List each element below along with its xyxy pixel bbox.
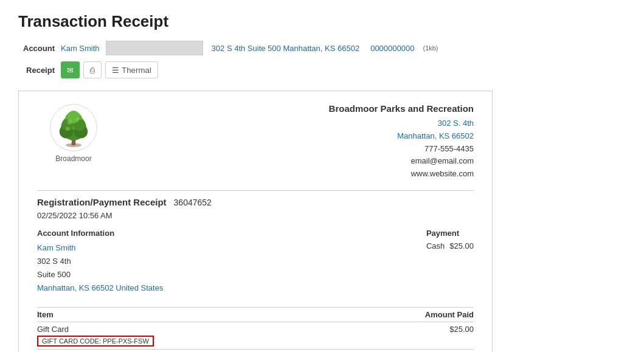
account-id-link[interactable]: 0000000000 (370, 44, 414, 53)
account-search-box[interactable] (106, 41, 203, 55)
receipt-address-line3: Manhattan, KS 66502 United States (37, 283, 163, 292)
account-name-link[interactable]: Kam Smith (61, 44, 100, 53)
org-name: Broadmoor Parks and Recreation (329, 103, 474, 114)
thermal-label: Thermal (122, 66, 151, 75)
account-info-section: Account Information Kam Smith 302 S 4th … (37, 229, 390, 295)
print-icon: ⎙ (90, 66, 95, 75)
account-label: Account (18, 44, 55, 53)
payment-row: Cash $25.00 (426, 241, 474, 250)
org-email: email@email.com (329, 155, 474, 168)
thermal-button[interactable]: ☰ Thermal (105, 61, 158, 78)
payment-heading: Payment (426, 229, 474, 238)
org-address-line2: Manhattan, KS 66502 (329, 130, 474, 143)
receipt-account-name: Kam Smith (37, 243, 76, 252)
email-icon: ✉ (67, 66, 74, 75)
org-phone: 777-555-4435 (329, 143, 474, 156)
org-website: www.website.com (329, 168, 474, 181)
subtotal-amount-cell: $25.00 (345, 350, 474, 352)
payment-section: Payment Cash $25.00 (426, 229, 474, 295)
tree-logo-icon (49, 103, 98, 152)
svg-point-12 (66, 126, 69, 130)
item-name-cell: Gift Card GIFT CARD CODE: PPE-PXS-FSW (37, 322, 345, 350)
org-address-line1: 302 S. 4th (329, 117, 474, 130)
account-size: (1kb) (423, 44, 438, 52)
two-col-section: Account Information Kam Smith 302 S 4th … (37, 229, 474, 295)
svg-point-11 (75, 117, 79, 120)
receipt-title-row: Registration/Payment Receipt 36047652 (37, 197, 474, 207)
org-info: Broadmoor Parks and Recreation 302 S. 4t… (329, 103, 474, 181)
svg-point-10 (68, 119, 72, 124)
item-col-header: Item (37, 308, 345, 322)
item-amount-cell: $25.00 (345, 322, 474, 350)
subtotal-label-cell: Subtotal (37, 350, 345, 352)
amount-col-header: Amount Paid (345, 308, 474, 322)
receipt-label: Receipt (18, 66, 55, 75)
receipt-area: Broadmoor Broadmoor Parks and Recreation… (18, 91, 493, 352)
account-row: Account Kam Smith 302 S 4th Suite 500 Ma… (18, 41, 626, 55)
page-title: Transaction Receipt (18, 12, 626, 31)
gift-card-code-box: GIFT CARD CODE: PPE-PXS-FSW (37, 336, 154, 347)
table-row: Gift Card GIFT CARD CODE: PPE-PXS-FSW $2… (37, 322, 474, 350)
receipt-title: Registration/Payment Receipt (37, 197, 167, 207)
payment-method: Cash (426, 241, 445, 250)
receipt-row: Receipt ✉ ⎙ ☰ Thermal (18, 61, 626, 78)
receipt-header: Broadmoor Broadmoor Parks and Recreation… (37, 103, 474, 181)
header-divider (37, 190, 474, 191)
account-info-heading: Account Information (37, 229, 390, 238)
receipt-address-line1: 302 S 4th (37, 257, 71, 266)
email-button[interactable]: ✉ (61, 61, 80, 78)
thermal-icon: ☰ (112, 66, 119, 75)
receipt-buttons: ✉ ⎙ ☰ Thermal (61, 61, 158, 78)
table-header-row: Item Amount Paid (37, 308, 474, 322)
payment-amount: $25.00 (449, 241, 474, 250)
subtotal-row: Subtotal $25.00 (37, 350, 474, 352)
receipt-date: 02/25/2022 10:56 AM (37, 211, 474, 220)
receipt-address-line2: Suite 500 (37, 270, 71, 279)
account-address: 302 S 4th Suite 500 Manhattan, KS 66502 (212, 44, 360, 53)
account-info-text: Kam Smith 302 S 4th Suite 500 Manhattan,… (37, 241, 390, 295)
item-name: Gift Card (37, 325, 345, 334)
svg-point-2 (66, 143, 81, 147)
items-table: Item Amount Paid Gift Card GIFT CARD COD… (37, 307, 474, 352)
receipt-number: 36047652 (174, 198, 212, 207)
logo-area: Broadmoor (37, 103, 110, 163)
print-button[interactable]: ⎙ (83, 61, 102, 78)
logo-label: Broadmoor (55, 154, 91, 163)
